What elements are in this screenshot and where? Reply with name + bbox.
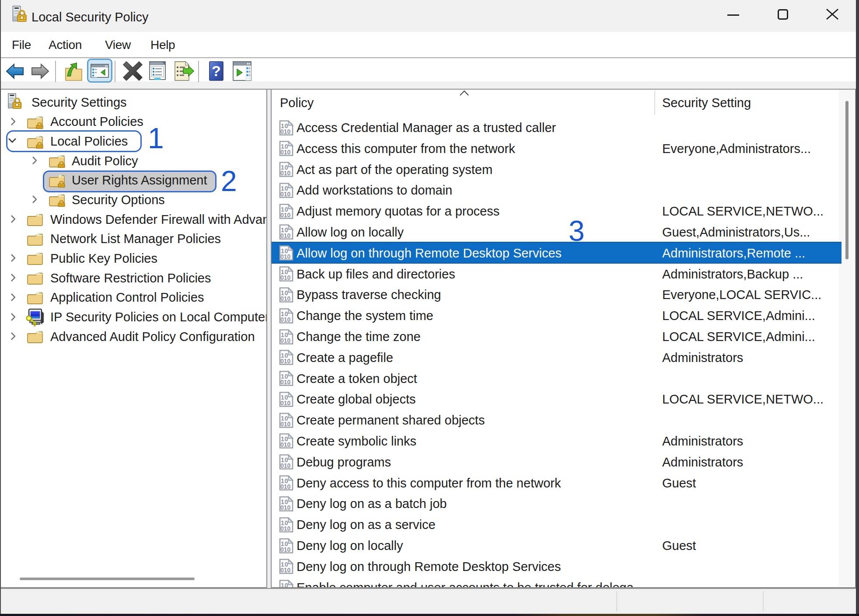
svg-text:?: ?	[212, 63, 221, 79]
